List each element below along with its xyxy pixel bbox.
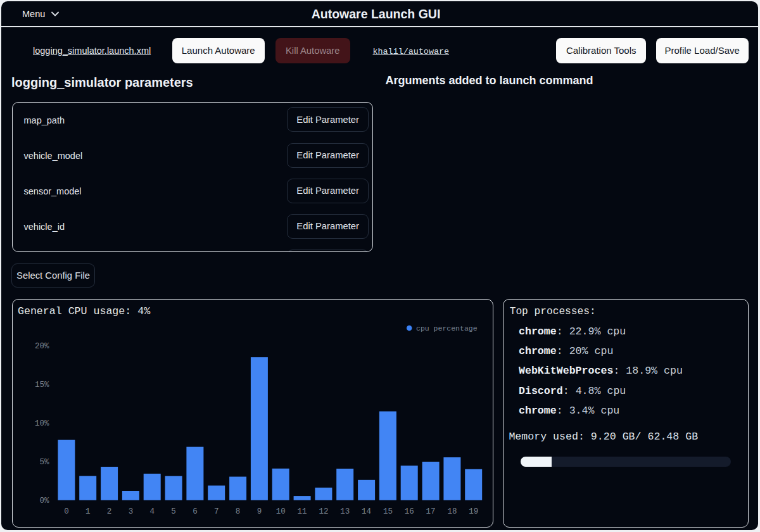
svg-text:cpu percentage: cpu percentage bbox=[416, 324, 478, 332]
svg-text:4: 4 bbox=[149, 507, 155, 516]
svg-text:6: 6 bbox=[193, 507, 198, 516]
svg-text:0: 0 bbox=[64, 507, 69, 516]
svg-text:15: 15 bbox=[383, 507, 393, 516]
svg-text:8: 8 bbox=[236, 507, 241, 516]
svg-text:17: 17 bbox=[426, 507, 436, 516]
svg-text:5%: 5% bbox=[39, 458, 49, 467]
svg-text:11: 11 bbox=[298, 507, 307, 516]
svg-text:16: 16 bbox=[405, 507, 414, 516]
svg-text:18: 18 bbox=[447, 507, 457, 516]
svg-text:14: 14 bbox=[362, 507, 371, 516]
svg-text:20%: 20% bbox=[35, 342, 49, 351]
svg-text:15%: 15% bbox=[35, 381, 49, 390]
svg-text:13: 13 bbox=[340, 507, 350, 516]
svg-text:0%: 0% bbox=[39, 497, 49, 505]
svg-text:9: 9 bbox=[257, 507, 262, 516]
svg-text:19: 19 bbox=[469, 507, 478, 516]
svg-text:1: 1 bbox=[86, 507, 91, 516]
svg-text:5: 5 bbox=[171, 507, 176, 516]
svg-text:10%: 10% bbox=[35, 419, 49, 428]
svg-text:2: 2 bbox=[107, 507, 112, 516]
svg-text:7: 7 bbox=[214, 507, 219, 516]
svg-text:12: 12 bbox=[319, 507, 328, 516]
svg-text:10: 10 bbox=[276, 507, 286, 516]
svg-text:3: 3 bbox=[129, 507, 134, 516]
